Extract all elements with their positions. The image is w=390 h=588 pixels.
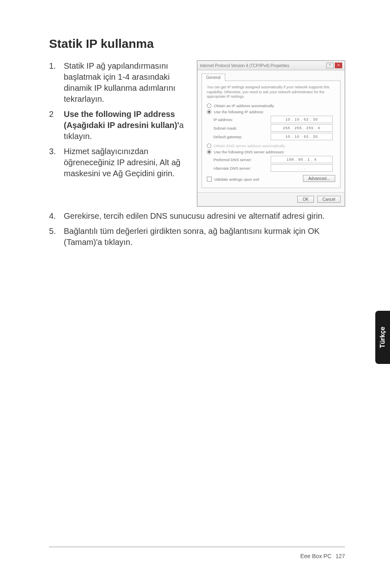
language-label: Türkçe xyxy=(379,327,386,348)
steps-list-full: 4. Gerekirse, tercih edilen DNS sunucusu… xyxy=(49,211,345,248)
label-ip-address: IP address: xyxy=(213,117,271,122)
page-footer: Eee Box PC 127 xyxy=(300,553,345,559)
radio-use-following-dns[interactable]: Use the following DNS server addresses: xyxy=(207,150,335,154)
label-default-gateway: Default gateway: xyxy=(213,135,271,139)
dialog-title-text: Internet Protocol Version 4 (TCP/IPv4) P… xyxy=(200,63,289,68)
step-text: Hizmet sağlayıcınızdan öğreneceğiniz IP … xyxy=(64,146,188,179)
step-5: 5. Bağlantılı tüm değerleri girdikten so… xyxy=(49,226,345,248)
tab-panel: You can get IP settings assigned automat… xyxy=(202,81,341,188)
footer-rule xyxy=(49,547,345,547)
checkbox-icon xyxy=(207,177,212,182)
step-text: Gerekirse, tercih edilen DNS sunucusu ad… xyxy=(64,211,325,222)
radio-icon xyxy=(207,110,211,114)
radio-icon xyxy=(207,150,211,154)
step-number: 1. xyxy=(49,61,64,105)
tab-general[interactable]: General xyxy=(202,74,225,81)
label-alternate-dns: Alternate DNS server: xyxy=(213,166,271,171)
radio-label: Obtain an IP address automatically xyxy=(214,103,274,108)
input-alternate-dns[interactable]: . . . xyxy=(271,164,333,172)
dialog-titlebar: Internet Protocol Version 4 (TCP/IPv4) P… xyxy=(197,61,345,70)
radio-use-following-ip[interactable]: Use the following IP address: xyxy=(207,110,335,114)
step-3: 3. Hizmet sağlayıcınızdan öğreneceğiniz … xyxy=(49,146,188,179)
ok-button[interactable]: OK xyxy=(297,196,314,203)
radio-label: Obtain DNS server address automatically xyxy=(214,144,285,148)
input-default-gateway[interactable]: 10 . 10 . 62 . 30 xyxy=(271,133,333,140)
language-side-tab: Türkçe xyxy=(375,311,390,364)
radio-obtain-ip-auto[interactable]: Obtain an IP address automatically xyxy=(207,103,335,108)
step-bold: Use the following IP address (Aşağıdaki … xyxy=(64,110,179,130)
radio-label: Use the following IP address: xyxy=(214,110,264,114)
help-icon[interactable]: ? xyxy=(326,63,334,68)
radio-obtain-dns-auto[interactable]: Obtain DNS server address automatically xyxy=(207,144,335,148)
step-2: 2 Use the following IP address (Aşağıdak… xyxy=(49,109,188,142)
step-4: 4. Gerekirse, tercih edilen DNS sunucusu… xyxy=(49,211,345,222)
step-1: 1. Statik IP ağ yapılandırmasını başlatm… xyxy=(49,61,188,105)
step-number: 4. xyxy=(49,211,64,222)
close-icon[interactable]: × xyxy=(335,63,342,68)
dialog-description: You can get IP settings assigned automat… xyxy=(207,85,335,99)
steps-list-left: 1. Statik IP ağ yapılandırmasını başlatm… xyxy=(49,61,188,179)
radio-label: Use the following DNS server addresses: xyxy=(214,150,285,154)
step-number: 2 xyxy=(49,109,64,142)
step-number: 5. xyxy=(49,226,64,248)
radio-icon xyxy=(207,144,211,148)
tcpip-properties-dialog: Internet Protocol Version 4 (TCP/IPv4) P… xyxy=(197,61,345,206)
input-preferred-dns[interactable]: 198 . 95 . 1 . 4 xyxy=(271,156,333,163)
checkbox-label: Validate settings upon exit xyxy=(214,177,259,182)
step-number: 3. xyxy=(49,146,64,179)
window-buttons: ? × xyxy=(326,63,342,68)
footer-product: Eee Box PC xyxy=(300,553,331,559)
radio-icon xyxy=(207,103,211,108)
step-text: Statik IP ağ yapılandırmasını başlatmak … xyxy=(64,61,188,105)
label-subnet-mask: Subnet mask: xyxy=(213,126,271,130)
cancel-button[interactable]: Cancel xyxy=(317,196,341,203)
input-subnet-mask[interactable]: 255 . 255 . 255 . 0 xyxy=(271,124,333,132)
step-text: Bağlantılı tüm değerleri girdikten sonra… xyxy=(64,226,345,248)
input-ip-address[interactable]: 10 . 10 . 62 . 30 xyxy=(271,116,333,123)
footer-page-number: 127 xyxy=(336,553,345,559)
label-preferred-dns: Preferred DNS server: xyxy=(213,157,271,162)
page-heading: Statik IP kullanma xyxy=(49,37,345,51)
step-text: Use the following IP address (Aşağıdaki … xyxy=(64,109,188,142)
advanced-button[interactable]: Advanced... xyxy=(303,175,335,182)
